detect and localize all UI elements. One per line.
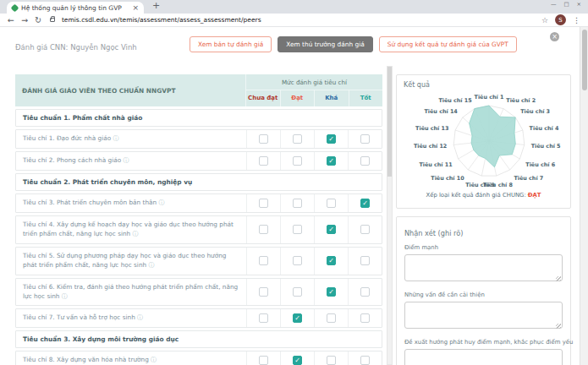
- comment-textarea-0[interactable]: [404, 254, 563, 281]
- criterion-label: Tiêu chí 8. Xây dựng văn hóa nhà trường …: [16, 351, 246, 365]
- close-window-icon[interactable]: ×: [577, 1, 581, 8]
- bookmark-star-icon[interactable]: ☆: [541, 16, 548, 25]
- level-header-0: Chưa đạt: [245, 90, 280, 106]
- level-checkbox-col-0[interactable]: [259, 134, 268, 144]
- checkbox-cell: [348, 279, 382, 306]
- checkbox-cell: [280, 279, 314, 306]
- checkbox-cell: [280, 152, 314, 170]
- result-panel: Kết quả Tiêu chí 1Tiêu chí 2Tiêu chí 3Ti…: [396, 74, 571, 365]
- window-scrollbar[interactable]: [580, 27, 588, 365]
- checkbox-cell: ✓: [348, 194, 382, 212]
- level-checkbox-col-2[interactable]: ✓: [327, 134, 336, 144]
- level-checkbox-col-1[interactable]: ✓: [293, 356, 302, 365]
- browser-tab[interactable]: Hệ thống quản lý thông tin GVP ×: [7, 2, 144, 14]
- comment-textarea-1[interactable]: [404, 302, 563, 329]
- level-checkbox-col-1[interactable]: [293, 287, 302, 297]
- minimize-icon[interactable]: —: [551, 1, 557, 8]
- checkbox-cell: [246, 194, 280, 212]
- checkbox-cell: ✓: [314, 279, 348, 306]
- section-row: Tiêu chuẩn 3. Xây dựng môi trường giáo d…: [15, 330, 382, 348]
- close-panel-icon[interactable]: ×: [550, 32, 559, 41]
- level-checkbox-col-2[interactable]: ✓: [327, 256, 336, 265]
- level-checkbox-col-1[interactable]: [293, 225, 302, 234]
- level-checkbox-col-0[interactable]: [259, 256, 268, 265]
- comment-textarea-2[interactable]: [404, 349, 563, 365]
- checkbox-cell: [246, 216, 280, 243]
- checkbox-cell: [348, 216, 382, 243]
- radar-axis-label: Tiêu chí 2: [506, 97, 536, 104]
- level-checkbox-col-3[interactable]: ✓: [360, 199, 370, 208]
- info-icon: ⓘ: [113, 135, 118, 142]
- level-checkbox-col-0[interactable]: [259, 356, 268, 365]
- criterion-text: Tiêu chí 7. Tư vấn và hỗ trợ học sinh: [23, 313, 135, 321]
- level-checkbox-col-3[interactable]: [360, 287, 370, 297]
- level-checkbox-col-2[interactable]: [327, 313, 336, 323]
- radar-axis-label: Tiêu chí 13: [415, 125, 448, 132]
- checkbox-cell: [246, 309, 280, 327]
- comments-title: Nhận xét (ghi rõ): [404, 229, 563, 237]
- criterion-row: Tiêu chí 2. Phong cách nhà giáo ⓘ✓: [15, 151, 382, 171]
- info-icon: ⓘ: [123, 157, 129, 164]
- info-icon: ⓘ: [137, 314, 143, 321]
- panel-scrollbar-thumb[interactable]: [387, 67, 392, 177]
- checkbox-cell: ✓: [314, 216, 348, 243]
- radar-axis-label: Tiêu chí 4: [530, 125, 559, 132]
- level-checkbox-col-1[interactable]: [293, 156, 302, 166]
- level-checkbox-col-0[interactable]: [259, 287, 268, 297]
- level-checkbox-col-2[interactable]: ✓: [327, 225, 336, 234]
- level-checkbox-col-3[interactable]: [360, 356, 370, 365]
- criterion-label: Tiêu chí 3. Phát triển chuyên môn bản th…: [16, 194, 246, 212]
- level-checkbox-col-3[interactable]: [360, 256, 370, 265]
- back-icon[interactable]: ←: [8, 14, 14, 27]
- forward-icon[interactable]: →: [21, 14, 28, 27]
- level-checkbox-col-2[interactable]: ✓: [327, 287, 336, 297]
- section-row: Tiêu chuẩn 2. Phát triển chuyên môn, ngh…: [15, 173, 382, 191]
- reload-icon[interactable]: ↻: [35, 14, 41, 27]
- level-checkbox-col-1[interactable]: [293, 199, 302, 208]
- window-scrollbar-thumb[interactable]: [582, 30, 587, 90]
- level-checkbox-col-1[interactable]: [293, 256, 302, 265]
- level-checkbox-col-3[interactable]: [360, 156, 370, 166]
- tab-close-icon[interactable]: ×: [132, 2, 139, 14]
- level-checkbox-col-0[interactable]: [259, 199, 268, 208]
- radar-axis-label: Tiêu chí 15: [438, 97, 471, 104]
- level-checkbox-col-2[interactable]: ✓: [327, 156, 336, 166]
- criterion-row: Tiêu chí 7. Tư vấn và hỗ trợ học sinh ⓘ✓: [15, 308, 382, 328]
- level-checkbox-col-2[interactable]: [327, 356, 336, 365]
- toolbar-button-0[interactable]: Xem bản tự đánh giá: [190, 36, 272, 52]
- toolbar-button-1[interactable]: Xem thủ trưởng đánh giá: [278, 36, 373, 52]
- restore-icon[interactable]: □: [563, 1, 569, 8]
- browser-menu-icon[interactable]: ⋮: [573, 16, 580, 25]
- level-checkbox-col-3[interactable]: [360, 225, 370, 234]
- evaluation-table: ĐÁNH GIÁ GIÁO VIÊN THEO CHUẨN NNGVPT Mức…: [15, 74, 382, 365]
- info-icon: ⓘ: [151, 357, 157, 363]
- checkbox-cell: [348, 309, 382, 327]
- level-checkbox-col-2[interactable]: [327, 199, 336, 208]
- checkbox-cell: [314, 309, 348, 327]
- checkbox-cell: [246, 130, 280, 148]
- radar-data-polygon: [470, 106, 516, 167]
- tab-title: Hệ thống quản lý thông tin GVP: [21, 4, 129, 12]
- level-checkbox-col-0[interactable]: [259, 156, 268, 166]
- profile-avatar[interactable]: S: [555, 14, 566, 25]
- level-checkbox-col-1[interactable]: ✓: [293, 313, 302, 323]
- criterion-text: Tiêu chí 1. Đạo đức nhà giáo: [23, 134, 111, 142]
- level-checkbox-col-3[interactable]: [360, 313, 370, 323]
- level-checkbox-col-0[interactable]: [259, 225, 268, 234]
- level-checkbox-col-3[interactable]: [360, 134, 370, 144]
- checkbox-cell: [280, 216, 314, 243]
- window-controls[interactable]: —□×: [551, 1, 581, 8]
- panel-scrollbar[interactable]: [387, 66, 393, 365]
- table-title: ĐÁNH GIÁ GIÁO VIÊN THEO CHUẨN NNGVPT: [15, 74, 245, 106]
- result-title: Kết quả: [404, 81, 563, 89]
- toolbar-button-2[interactable]: Sử dụng kết quả tự đánh giá của GVPT: [379, 36, 517, 52]
- padlock-icon: [50, 18, 55, 22]
- checkbox-cell: [280, 248, 314, 275]
- new-tab-button[interactable]: +: [152, 0, 160, 11]
- radar-axis-label: Tiêu chí 11: [419, 161, 452, 168]
- level-checkbox-col-0[interactable]: [259, 313, 268, 323]
- level-checkbox-col-1[interactable]: [293, 134, 302, 144]
- url-text[interactable]: temis.csdl.edu.vn/temis/assessment/asses…: [62, 16, 261, 24]
- criterion-text: Tiêu chí 3. Phát triển chuyên môn bản th…: [23, 199, 157, 206]
- criterion-text: Tiêu chí 4. Xây dựng kế hoạch dạy học và…: [23, 221, 234, 237]
